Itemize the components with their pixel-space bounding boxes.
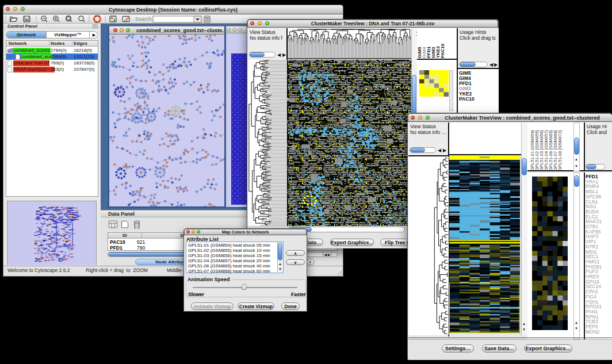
svg-text:Search:: Search: xyxy=(135,16,153,22)
